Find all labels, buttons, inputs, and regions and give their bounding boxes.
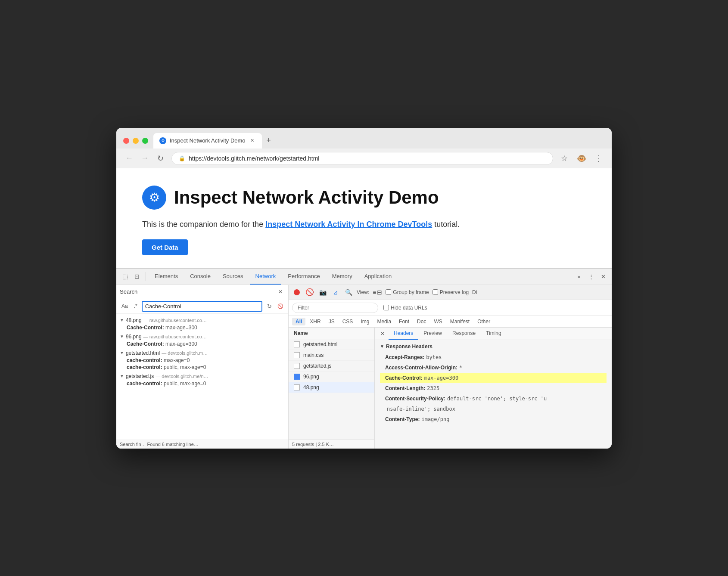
network-content: Name getstarted.html main.css getstarted…	[289, 328, 612, 449]
close-button[interactable]	[123, 138, 129, 144]
filter-button[interactable]: ⊿	[331, 288, 340, 297]
devtools-more-button[interactable]: »	[574, 271, 584, 282]
hide-data-urls-checkbox[interactable]	[383, 305, 389, 310]
hide-data-urls-label: Hide data URLs	[391, 305, 427, 311]
list-view-icon[interactable]: ≡	[373, 289, 376, 296]
profile-icon[interactable]: 🐵	[576, 152, 588, 164]
file-icon-96png	[294, 374, 300, 380]
tab-console[interactable]: Console	[185, 268, 216, 285]
network-toolbar: 🚫 📷 ⊿ 🔍 View: ≡ ⊟ Group by frame	[289, 285, 612, 300]
page-header: ⚙ Inspect Network Activity Demo	[142, 186, 586, 210]
search-results: ▼ 48.png — raw.githubusercontent.co… Cac…	[116, 314, 288, 440]
screenshot-button[interactable]: 📷	[318, 288, 327, 297]
request-name-js: getstarted.js	[303, 363, 331, 369]
headers-tab-preview[interactable]: Preview	[418, 328, 447, 340]
filter-input[interactable]	[292, 303, 378, 313]
search-result-html[interactable]: ▼ getstarted.html — devtools.glitch.m…	[120, 349, 285, 357]
filter-type-manifest[interactable]: Manifest	[447, 318, 473, 325]
record-button[interactable]	[292, 288, 302, 297]
devtools-separator	[146, 272, 146, 281]
devtools-kebab-button[interactable]: ⋮	[586, 271, 596, 282]
tab-memory[interactable]: Memory	[327, 268, 358, 285]
nav-buttons: ← → ↻	[123, 152, 166, 164]
hide-data-urls-option[interactable]: Hide data URLs	[383, 305, 427, 311]
filter-bar: Hide data URLs	[289, 300, 612, 316]
search-network-button[interactable]: 🔍	[344, 288, 353, 297]
reload-button[interactable]: ↻	[154, 152, 166, 164]
tab-sources[interactable]: Sources	[218, 268, 249, 285]
devtools-close-button[interactable]: ✕	[598, 271, 608, 282]
request-item-css[interactable]: main.css	[289, 350, 374, 361]
get-data-button[interactable]: Get Data	[142, 239, 188, 255]
preserve-log-option[interactable]: Preserve log	[432, 289, 469, 295]
filter-types: All XHR JS CSS Img Media Font Doc WS Man…	[292, 318, 494, 325]
menu-icon[interactable]: ⋮	[593, 152, 605, 164]
group-by-frame-checkbox[interactable]	[386, 289, 391, 295]
clear-button[interactable]: 🚫	[305, 288, 314, 297]
devtools-device-icon[interactable]: ⊡	[132, 271, 142, 282]
filter-type-doc[interactable]: Doc	[414, 318, 429, 325]
search-result-group-html: ▼ getstarted.html — devtools.glitch.m… c…	[116, 348, 288, 372]
tab-elements[interactable]: Elements	[149, 268, 183, 285]
minimize-button[interactable]	[133, 138, 139, 144]
search-no-button[interactable]: 🚫	[276, 302, 285, 310]
request-name-48png: 48.png	[303, 384, 319, 390]
search-regex-button[interactable]: .*	[132, 302, 139, 310]
search-result-96png[interactable]: ▼ 96.png — raw.githubusercontent.co…	[120, 333, 285, 341]
url-bar[interactable]: 🔒 https://devtools.glitch.me/network/get…	[171, 152, 553, 165]
page-content: ⚙ Inspect Network Activity Demo This is …	[116, 168, 612, 268]
search-result-js[interactable]: ▼ getstarted.js — devtools.glitch.me/n…	[120, 372, 285, 380]
search-close-button[interactable]: ✕	[276, 288, 285, 296]
network-panel: 🚫 📷 ⊿ 🔍 View: ≡ ⊟ Group by frame	[289, 285, 612, 449]
devtools-inspect-icon[interactable]: ⬚	[120, 271, 130, 282]
tab-application[interactable]: Application	[359, 268, 397, 285]
maximize-button[interactable]	[142, 138, 148, 144]
search-match-48png-1: Cache-Control: max-age=300	[120, 324, 285, 331]
tab-network[interactable]: Network	[250, 268, 281, 285]
forward-button[interactable]: →	[139, 152, 151, 164]
headers-tab-response[interactable]: Response	[447, 328, 481, 340]
devtools-link[interactable]: Inspect Network Activity In Chrome DevTo…	[265, 220, 432, 229]
bookmark-icon[interactable]: ☆	[558, 152, 570, 164]
filter-type-media[interactable]: Media	[373, 318, 395, 325]
filter-type-all[interactable]: All	[292, 318, 305, 325]
filter-type-xhr[interactable]: XHR	[306, 318, 324, 325]
page-description: This is the companion demo for the Inspe…	[142, 220, 586, 229]
dis-label: Di	[472, 289, 477, 295]
filter-type-js[interactable]: JS	[325, 318, 338, 325]
file-icon-js	[294, 363, 300, 369]
active-tab[interactable]: ⚙ Inspect Network Activity Demo ✕	[153, 133, 262, 149]
request-name-html: getstarted.html	[303, 341, 337, 347]
filter-type-img[interactable]: Img	[357, 318, 373, 325]
headers-close-button[interactable]: ✕	[378, 329, 387, 338]
tab-close-button[interactable]: ✕	[249, 137, 256, 144]
group-by-frame-option[interactable]: Group by frame	[386, 289, 429, 295]
search-result-48png[interactable]: ▼ 48.png — raw.githubusercontent.co…	[120, 316, 285, 324]
search-refresh-button[interactable]: ↻	[265, 302, 274, 310]
new-tab-button[interactable]: +	[263, 135, 275, 147]
tab-performance[interactable]: Performance	[283, 268, 325, 285]
page-title: Inspect Network Activity Demo	[174, 187, 439, 208]
detail-view-icon[interactable]: ⊟	[377, 289, 382, 296]
header-cache-control: Cache-Control: max-age=300	[380, 373, 607, 383]
request-item-js[interactable]: getstarted.js	[289, 361, 374, 372]
request-item-96png[interactable]: 96.png	[289, 372, 374, 382]
filter-type-css[interactable]: CSS	[339, 318, 357, 325]
request-item-48png[interactable]: 48.png	[289, 382, 374, 393]
search-result-group-js: ▼ getstarted.js — devtools.glitch.me/n… …	[116, 372, 288, 388]
headers-tab-timing[interactable]: Timing	[481, 328, 507, 340]
tab-favicon: ⚙	[159, 137, 166, 144]
preserve-log-checkbox[interactable]	[432, 289, 438, 295]
headers-tab-headers[interactable]: Headers	[389, 328, 418, 340]
filter-type-other[interactable]: Other	[474, 318, 494, 325]
search-aa-button[interactable]: Aa	[120, 302, 130, 310]
filter-type-font[interactable]: Font	[395, 318, 413, 325]
response-headers-title: ▼ Response Headers	[380, 344, 607, 350]
request-item-html[interactable]: getstarted.html	[289, 339, 374, 350]
search-input[interactable]	[142, 301, 262, 312]
back-button[interactable]: ←	[123, 152, 135, 164]
toolbar-icons: ☆ 🐵 ⋮	[558, 152, 605, 164]
group-by-frame-label: Group by frame	[393, 289, 429, 295]
file-icon-css	[294, 352, 300, 358]
filter-type-ws[interactable]: WS	[430, 318, 445, 325]
